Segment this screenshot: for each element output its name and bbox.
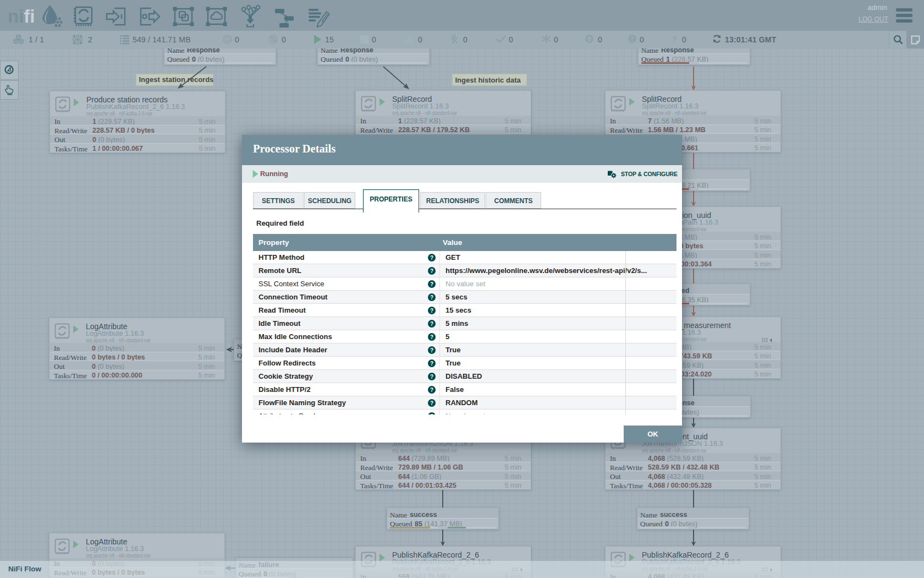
svg-text:?: ?: [430, 374, 433, 380]
svg-text:?: ?: [430, 400, 433, 406]
svg-text:?: ?: [430, 268, 433, 274]
svg-text:?: ?: [430, 334, 433, 340]
svg-text:?: ?: [430, 361, 433, 367]
svg-text:?: ?: [430, 281, 433, 287]
svg-text:?: ?: [430, 255, 433, 261]
svg-text:?: ?: [430, 308, 433, 314]
svg-text:?: ?: [430, 387, 433, 393]
svg-text:?: ?: [430, 295, 433, 301]
svg-text:?: ?: [430, 413, 433, 415]
svg-text:?: ?: [430, 321, 433, 327]
svg-text:?: ?: [430, 347, 433, 353]
